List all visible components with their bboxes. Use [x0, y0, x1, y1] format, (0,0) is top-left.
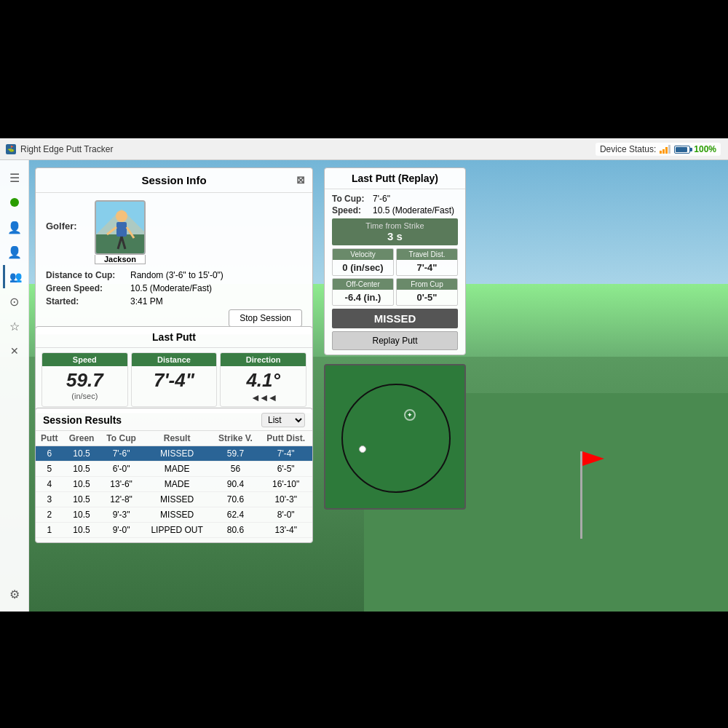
app-icon: ⛳ [6, 144, 16, 154]
results-table: Putt Green To Cup Result Strike V. Putt … [36, 431, 312, 538]
green-visualization: ✦ [324, 364, 466, 510]
table-cell: 2 [36, 507, 63, 523]
table-row[interactable]: 210.59'-3"MISSED62.48'-0" [36, 507, 312, 523]
replay-tocup-row: To Cup: 7'-6" [332, 194, 458, 204]
cup-star: ✦ [407, 411, 413, 419]
table-row[interactable]: 610.57'-6"MISSED59.77'-4" [36, 446, 312, 462]
travel-cell: Travel Dist. 7'-4" [396, 248, 458, 276]
speed-label: Speed [42, 353, 127, 366]
direction-val: 4.1° [221, 366, 306, 392]
status-dot [10, 198, 19, 207]
bar3 [665, 147, 668, 154]
settings-icon[interactable]: ⚙ [3, 582, 26, 606]
table-cell: 8'-0" [259, 507, 312, 523]
time-strike-label: Time from Strike [332, 221, 458, 230]
table-cell: 9'-3" [100, 507, 143, 523]
golf-ball [359, 446, 366, 453]
table-cell: 9'-0" [100, 523, 143, 538]
table-cell: 1 [36, 523, 63, 538]
star-icon[interactable]: ☆ [3, 314, 26, 338]
offcenter-cell: Off-Center -6.4 (in.) [332, 278, 394, 306]
velocity-val: 0 (in/sec) [333, 260, 393, 275]
results-header: Session Results List Chart [36, 408, 312, 431]
speed-metric: Speed 59.7 (in/sec) [41, 352, 128, 407]
table-row[interactable]: 110.59'-0"LIPPED OUT80.613'-4" [36, 523, 312, 538]
table-cell: MISSED [143, 492, 212, 507]
direction-arrows: ◄◄◄ [221, 392, 306, 406]
col-strikev: Strike V. [212, 431, 260, 446]
view-select[interactable]: List Chart [261, 413, 305, 427]
table-row[interactable]: 310.512'-8"MISSED70.610'-3" [36, 492, 312, 507]
golfer-row: Golfer: [46, 200, 302, 264]
bar1 [660, 151, 662, 154]
replay-putt-button[interactable]: Replay Putt [332, 331, 458, 350]
table-cell: LIPPED OUT [143, 523, 212, 538]
ball-icon[interactable]: ⊙ [3, 290, 26, 313]
table-row[interactable]: 410.513'-6"MADE90.416'-10" [36, 477, 312, 492]
titlebar-left: ⛳ Right Edge Putt Tracker [0, 144, 113, 154]
replay-tocup-label: To Cup: [332, 194, 368, 204]
table-row[interactable]: 510.56'-0"MADE566'-5" [36, 462, 312, 477]
table-cell: 5 [36, 462, 63, 477]
avatar-container: Jackson [95, 200, 146, 264]
fromcup-val: 0'-5" [397, 290, 457, 305]
users-icon[interactable]: 👥 [3, 265, 26, 288]
distance-val: Random (3'-6" to 15'-0") [130, 270, 223, 280]
table-cell: 90.4 [212, 477, 260, 492]
time-strike-box: Time from Strike 3 s [332, 218, 458, 245]
session-info-panel: Session Info ⊠ Golfer: [35, 167, 313, 335]
replay-tocup-val: 7'-6" [373, 194, 390, 204]
device-status-label: Device Status: [600, 144, 656, 154]
table-cell: MISSED [143, 446, 212, 462]
col-putt: Putt [36, 431, 63, 446]
bar4 [668, 145, 670, 154]
user-icon[interactable]: 👤 [3, 215, 26, 239]
session-info-close[interactable]: ⊠ [296, 174, 305, 186]
session-info-body: Golfer: [36, 193, 312, 334]
app-area: ⛳ Right Edge Putt Tracker — ☐ ✕ Device S… [0, 138, 728, 612]
battery-tip [690, 148, 692, 151]
table-cell: 7'-4" [259, 446, 312, 462]
table-cell: 6'-0" [100, 462, 143, 477]
travel-label: Travel Dist. [397, 249, 457, 260]
table-cell: 10'-3" [259, 492, 312, 507]
table-cell: MADE [143, 477, 212, 492]
last-putt-metrics: Speed 59.7 (in/sec) Distance 7'-4" Direc… [36, 348, 312, 413]
battery-icon [674, 146, 690, 154]
results-rows: 610.57'-6"MISSED59.77'-4"510.56'-0"MADE5… [36, 446, 312, 538]
table-cell: 3 [36, 492, 63, 507]
replay-title: Last Putt (Replay) [325, 168, 465, 189]
table-cell: 6'-5" [259, 462, 312, 477]
started-row: Started: 3:41 PM [46, 296, 302, 306]
golfer-name: Jackson [95, 255, 146, 264]
close-sidebar-icon[interactable]: ✕ [3, 339, 26, 363]
table-cell: 6 [36, 446, 63, 462]
table-cell: 70.6 [212, 492, 260, 507]
session-info-title: Session Info ⊠ [36, 168, 312, 193]
table-cell: 10.5 [63, 477, 100, 492]
direction-label: Direction [221, 353, 306, 366]
menu-button[interactable]: ☰ [3, 166, 26, 189]
stop-session-button[interactable]: Stop Session [229, 309, 302, 327]
fromcup-label: From Cup [397, 279, 457, 290]
col-green: Green [63, 431, 100, 446]
green-speed-label: Green Speed: [46, 283, 126, 293]
replay-panel: Last Putt (Replay) To Cup: 7'-6" Speed: … [324, 167, 466, 355]
replay-speed-label: Speed: [332, 205, 368, 215]
table-cell: 62.4 [212, 507, 260, 523]
battery-pct: 100% [694, 144, 716, 154]
missed-bar: MISSED [332, 309, 458, 328]
table-cell: 80.6 [212, 523, 260, 538]
user2-icon[interactable]: 👤 [3, 240, 26, 264]
time-strike-val: 3 s [332, 230, 458, 242]
table-cell: 13'-4" [259, 523, 312, 538]
signal-bars [660, 145, 670, 154]
table-cell: 10.5 [63, 462, 100, 477]
distance-metric-label: Distance [132, 353, 217, 366]
distance-row: Distance to Cup: Random (3'-6" to 15'-0"… [46, 270, 302, 280]
table-cell: 16'-10" [259, 477, 312, 492]
offcenter-label: Off-Center [333, 279, 393, 290]
table-cell: 59.7 [212, 446, 260, 462]
velocity-cell: Velocity 0 (in/sec) [332, 248, 394, 276]
table-cell: 4 [36, 477, 63, 492]
